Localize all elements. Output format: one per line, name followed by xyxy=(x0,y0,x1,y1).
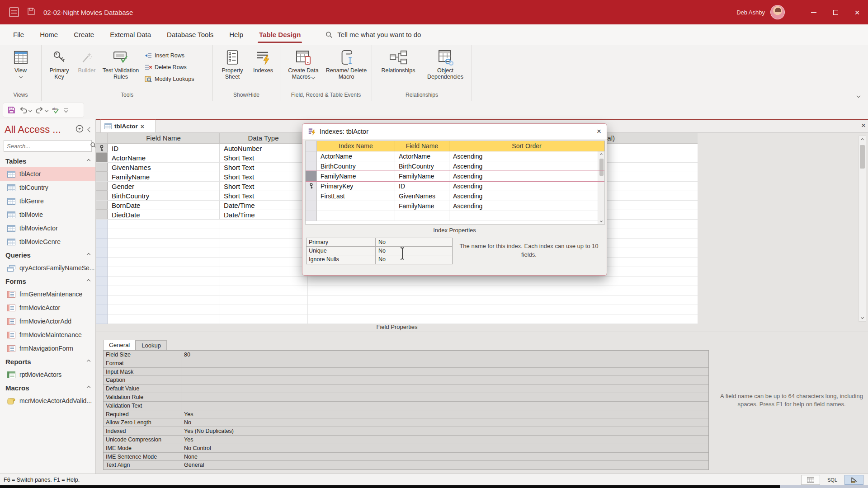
view-button[interactable]: View xyxy=(13,48,28,78)
indexes-dialog-close-icon[interactable]: × xyxy=(597,127,601,136)
insert-rows-button[interactable]: Insert Rows xyxy=(143,50,209,61)
property-row-allow-zero-length[interactable]: Allow Zero LengthNo xyxy=(104,418,708,427)
avatar[interactable] xyxy=(770,5,785,19)
property-row-indexed[interactable]: IndexedYes (No Duplicates) xyxy=(104,427,708,436)
field-name-cell[interactable]: ActorName xyxy=(108,153,220,162)
nav-item-tblmovieactor[interactable]: tblMovieActor xyxy=(0,221,95,235)
index-row-selector[interactable] xyxy=(306,211,317,221)
nav-item-frmmoviemaintenance[interactable]: frmMovieMaintenance xyxy=(0,328,95,342)
nav-item-tblcountry[interactable]: tblCountry xyxy=(0,181,95,194)
index-field-cell[interactable]: BirthCountry xyxy=(395,161,449,171)
field-name-cell[interactable]: DiedDate xyxy=(108,210,220,219)
test-validation-rules-button[interactable]: Test Validation Rules xyxy=(100,48,141,80)
nav-item-frmnavigationform[interactable]: frmNavigationForm xyxy=(0,342,95,355)
property-value[interactable] xyxy=(181,359,708,367)
index-name-column-header[interactable]: Index Name xyxy=(317,141,395,151)
close-button[interactable]: × xyxy=(846,0,868,24)
index-sort-cell[interactable]: Ascending xyxy=(449,171,604,181)
index-name-cell[interactable]: FamilyName xyxy=(317,171,395,181)
index-row-birthcountry[interactable]: BirthCountry BirthCountry Ascending xyxy=(306,161,604,171)
row-selector[interactable] xyxy=(96,201,108,210)
index-field-name-column-header[interactable]: Field Name xyxy=(395,141,449,151)
index-name-cell[interactable] xyxy=(317,211,395,221)
tab-external-data[interactable]: External Data xyxy=(103,28,158,41)
qat-spelling-button[interactable]: abc xyxy=(52,106,61,114)
indexes-scroll-up-icon[interactable] xyxy=(598,151,604,158)
index-name-cell[interactable]: PrimaryKey xyxy=(317,181,395,191)
scrollbar-thumb[interactable] xyxy=(860,145,865,169)
macros-collapse-icon[interactable] xyxy=(87,386,90,389)
tab-database-tools[interactable]: Database Tools xyxy=(160,28,220,41)
index-prop-unique[interactable]: UniqueNo xyxy=(307,247,452,255)
redo-dropdown-icon[interactable] xyxy=(45,108,48,112)
index-sort-cell[interactable]: Ascending xyxy=(449,201,604,211)
property-value[interactable]: Yes xyxy=(181,436,708,444)
index-field-cell[interactable] xyxy=(395,211,449,221)
row-selector[interactable] xyxy=(96,210,108,219)
index-sort-cell[interactable]: Ascending xyxy=(449,181,604,191)
field-name-cell[interactable]: BornDate xyxy=(108,201,220,210)
data-type-cell[interactable]: Short Text xyxy=(220,153,307,162)
nav-search-icon[interactable] xyxy=(90,142,96,150)
property-row-caption[interactable]: Caption xyxy=(104,376,708,385)
data-type-cell[interactable]: Short Text xyxy=(220,182,307,191)
index-sort-cell[interactable]: Ascending xyxy=(449,161,604,171)
qat-customize-button[interactable] xyxy=(64,108,68,112)
nav-section-queries[interactable]: Queries xyxy=(0,249,95,261)
close-document-icon[interactable]: × xyxy=(861,121,866,130)
index-field-cell[interactable]: GivenNames xyxy=(395,191,449,201)
design-view-button[interactable] xyxy=(844,475,863,485)
collapse-ribbon-icon[interactable] xyxy=(857,94,860,98)
pane-splitter[interactable] xyxy=(96,332,868,332)
primary-key-button[interactable]: Primary Key xyxy=(45,48,73,80)
data-type-column-header[interactable]: Data Type xyxy=(220,133,307,143)
indexes-scroll-down-icon[interactable] xyxy=(598,218,604,224)
tab-file[interactable]: File xyxy=(6,28,31,41)
data-type-cell[interactable]: Date/Time xyxy=(220,201,307,210)
queries-collapse-icon[interactable] xyxy=(87,253,90,257)
datasheet-view-button[interactable] xyxy=(801,475,820,485)
nav-item-frmmovieactor[interactable]: frmMovieActor xyxy=(0,301,95,314)
create-data-macros-button[interactable]: Create Data Macros xyxy=(284,48,323,80)
empty-row-selectors[interactable] xyxy=(96,220,108,324)
index-prop-value[interactable]: No xyxy=(376,238,452,246)
property-value[interactable]: General xyxy=(181,461,708,469)
data-type-cell[interactable]: AutoNumber xyxy=(220,144,307,153)
index-row-firstlast[interactable]: FirstLast GivenNames Ascending xyxy=(306,191,604,201)
property-row-validation-text[interactable]: Validation Text xyxy=(104,402,708,410)
field-name-cell[interactable]: ID xyxy=(108,144,220,153)
document-tab-tblactor[interactable]: tblActor × xyxy=(100,119,156,133)
tab-lookup[interactable]: Lookup xyxy=(136,340,167,350)
property-value[interactable] xyxy=(181,393,708,401)
property-value[interactable] xyxy=(181,376,708,384)
index-name-cell[interactable]: BirthCountry xyxy=(317,161,395,171)
nav-item-rptmovieactors[interactable]: rptMovieActors xyxy=(0,368,95,381)
nav-item-tblactor[interactable]: tblActor xyxy=(0,167,95,181)
tab-general[interactable]: General xyxy=(103,340,136,350)
index-row-selector[interactable] xyxy=(306,191,317,201)
index-field-cell[interactable]: ActorName xyxy=(395,151,449,161)
index-sort-cell[interactable] xyxy=(449,211,604,221)
nav-section-forms[interactable]: Forms xyxy=(0,275,95,287)
nav-item-tblmoviegenre[interactable]: tblMovieGenre xyxy=(0,235,95,249)
property-value[interactable] xyxy=(181,385,708,393)
indexes-dialog-titlebar[interactable]: Indexes: tblActor × xyxy=(302,124,607,139)
property-value[interactable]: 80 xyxy=(181,351,708,359)
tab-help[interactable]: Help xyxy=(222,28,250,41)
nav-section-reports[interactable]: Reports xyxy=(0,355,95,368)
create-data-macros-dropdown-icon[interactable] xyxy=(311,75,315,79)
object-dependencies-button[interactable]: Object Dependencies xyxy=(423,48,468,80)
index-sort-cell[interactable]: Ascending xyxy=(449,191,604,201)
nav-item-mcrmovieactoraddvalid[interactable]: mcrMovieActorAddValid... xyxy=(0,394,95,408)
qat-undo-button[interactable] xyxy=(19,107,32,113)
row-selector[interactable] xyxy=(96,163,108,172)
property-value[interactable]: None xyxy=(181,453,708,461)
data-type-cell[interactable]: Date/Time xyxy=(220,210,307,219)
property-row-unicode-compression[interactable]: Unicode CompressionYes xyxy=(104,436,708,444)
property-row-ime-sentence-mode[interactable]: IME Sentence ModeNone xyxy=(104,453,708,461)
property-value[interactable]: Yes xyxy=(181,410,708,418)
tables-collapse-icon[interactable] xyxy=(87,159,90,163)
maximize-button[interactable] xyxy=(825,0,846,24)
index-row-selector[interactable] xyxy=(306,181,317,191)
index-name-cell[interactable]: FirstLast xyxy=(317,191,395,201)
